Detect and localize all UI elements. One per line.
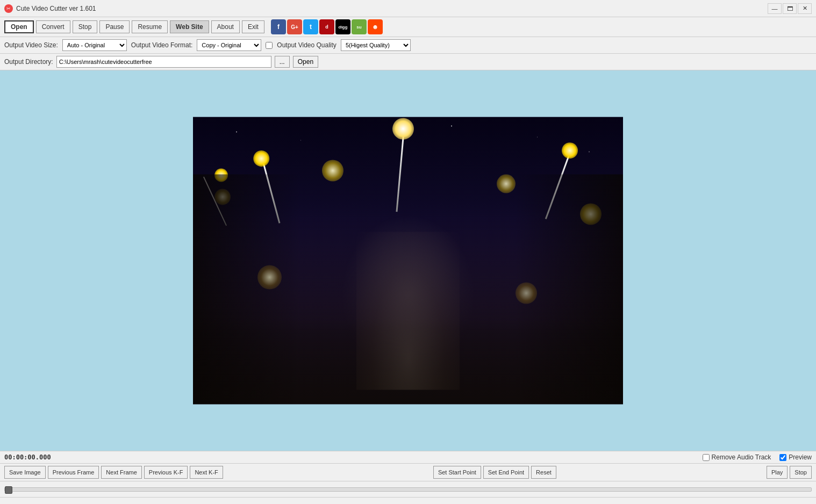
toolbar: Open Convert Stop Pause Resume Web Site …	[0, 17, 816, 37]
maximize-button[interactable]: 🗖	[783, 3, 797, 14]
directory-open-button[interactable]: Open	[293, 56, 318, 68]
open-button[interactable]: Open	[4, 20, 34, 33]
remove-audio-checkbox[interactable]	[703, 454, 710, 461]
remove-audio-label[interactable]: Remove Audio Track	[703, 453, 771, 461]
time-display: 00:00:00.000	[4, 453, 51, 461]
timeline-row	[0, 481, 816, 497]
status-bar: 00:00:00.000 Remove Audio Track Preview	[0, 451, 816, 463]
bottom-bar	[0, 497, 816, 502]
title-bar: ✂ Cute Video Cutter ver 1.601 — 🗖 ✕	[0, 0, 816, 17]
set-start-button[interactable]: Set Start Point	[433, 466, 481, 479]
timeline-thumb[interactable]	[5, 486, 12, 494]
video-format-select[interactable]: Copy - Original	[197, 39, 261, 51]
directory-row: Output Directory: ... Open	[0, 54, 816, 70]
directory-input[interactable]	[56, 56, 271, 68]
delicious-icon[interactable]: d	[319, 19, 334, 34]
save-image-button[interactable]: Save Image	[4, 466, 46, 479]
convert-button[interactable]: Convert	[36, 20, 70, 33]
preview-label[interactable]: Preview	[779, 453, 812, 461]
googleplus-icon[interactable]: G+	[287, 19, 302, 34]
video-quality-checkbox[interactable]	[266, 42, 273, 49]
stop-button[interactable]: Stop	[73, 20, 98, 33]
prev-kf-button[interactable]: Previous K-F	[144, 466, 188, 479]
twitter-icon[interactable]: t	[303, 19, 318, 34]
settings-row: Output Video Size: Auto - Original Outpu…	[0, 37, 816, 54]
about-button[interactable]: About	[211, 20, 240, 33]
exit-button[interactable]: Exit	[242, 20, 264, 33]
stumbleupon-icon[interactable]: su	[352, 19, 367, 34]
stop-playback-button[interactable]: Stop	[790, 466, 812, 479]
prev-frame-button[interactable]: Previous Frame	[48, 466, 99, 479]
timeline-track[interactable]	[4, 487, 812, 492]
preview-checkbox[interactable]	[779, 454, 786, 461]
minimize-button[interactable]: —	[768, 3, 782, 14]
next-kf-button[interactable]: Next K-F	[190, 466, 223, 479]
set-end-button[interactable]: Set End Point	[483, 466, 529, 479]
video-display[interactable]	[193, 117, 623, 405]
next-frame-button[interactable]: Next Frame	[101, 466, 141, 479]
status-options: Remove Audio Track Preview	[703, 453, 812, 461]
close-button[interactable]: ✕	[798, 3, 812, 14]
app-title: Cute Video Cutter ver 1.601	[16, 5, 96, 12]
video-quality-label: Output Video Quality	[277, 41, 337, 49]
app-icon: ✂	[4, 4, 13, 13]
pause-button[interactable]: Pause	[99, 20, 130, 33]
reset-button[interactable]: Reset	[531, 466, 556, 479]
facebook-icon[interactable]: f	[271, 19, 286, 34]
social-icons: f G+ t d digg su ☻	[271, 19, 383, 34]
video-container	[193, 117, 623, 405]
video-format-label: Output Video Format:	[131, 41, 193, 49]
browse-button[interactable]: ...	[275, 56, 290, 68]
website-button[interactable]: Web Site	[170, 20, 209, 33]
reddit-icon[interactable]: ☻	[368, 19, 383, 34]
title-bar-left: ✂ Cute Video Cutter ver 1.601	[4, 4, 96, 13]
main-video-area	[0, 70, 816, 451]
resume-button[interactable]: Resume	[132, 20, 168, 33]
directory-label: Output Directory:	[4, 58, 53, 66]
window-controls: — 🗖 ✕	[768, 3, 812, 14]
play-button[interactable]: Play	[767, 466, 788, 479]
video-quality-select[interactable]: 5(Higest Quality)	[341, 39, 411, 51]
controls-row: Save Image Previous Frame Next Frame Pre…	[0, 463, 816, 481]
video-size-select[interactable]: Auto - Original	[62, 39, 127, 51]
video-size-label: Output Video Size:	[4, 41, 58, 49]
digg-icon[interactable]: digg	[335, 19, 350, 34]
